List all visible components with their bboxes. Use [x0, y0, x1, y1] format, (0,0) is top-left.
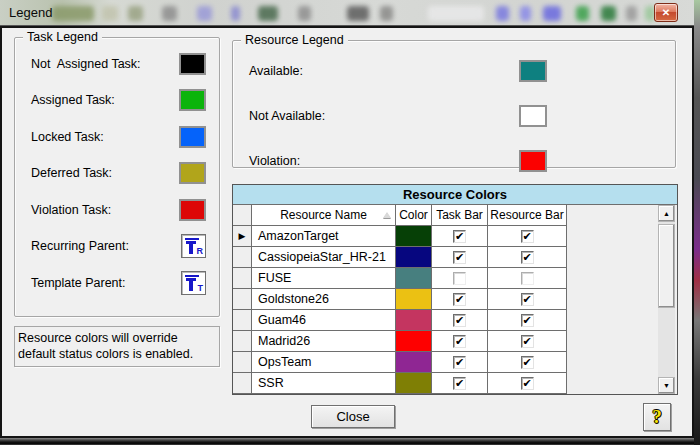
- column-header-label: Resource Bar: [490, 208, 563, 222]
- resource-bar-checkbox[interactable]: ✔: [521, 335, 534, 348]
- task-legend-items: Not Assigned Task:Assigned Task:Locked T…: [15, 52, 219, 308]
- icon-bar: [185, 238, 199, 240]
- icon-bar: [185, 275, 199, 277]
- resource-legend-item: Violation:: [233, 149, 675, 172]
- resource-name-cell[interactable]: Guam46: [252, 310, 396, 331]
- sort-ascending-icon: [383, 212, 391, 218]
- resource-color-cell[interactable]: [396, 247, 432, 268]
- row-selector-cell[interactable]: [233, 310, 252, 331]
- task-legend-group: Task Legend Not Assigned Task:Assigned T…: [14, 37, 220, 317]
- task-bar-checkbox[interactable]: ✔: [453, 356, 466, 369]
- row-selector-cell[interactable]: [233, 289, 252, 310]
- resource-bar-checkbox[interactable]: ✔: [521, 251, 534, 264]
- scrollbar-thumb[interactable]: [658, 224, 675, 308]
- resource-name-cell[interactable]: SSR: [252, 373, 396, 394]
- desktop-blur-blob: [543, 6, 561, 21]
- resource-name-cell[interactable]: FUSE: [252, 268, 396, 289]
- close-window-button[interactable]: ✕: [654, 3, 678, 22]
- desktop-blur-blob: [197, 6, 212, 21]
- resource-color-cell[interactable]: [396, 226, 432, 247]
- resource-legend-items: Available:Not Available:Violation:: [233, 59, 675, 194]
- task-bar-checkbox[interactable]: ✔: [453, 335, 466, 348]
- resource-color-cell[interactable]: [396, 310, 432, 331]
- row-selector-cell[interactable]: [233, 247, 252, 268]
- task-bar-checkbox[interactable]: [453, 272, 466, 285]
- color-swatch: [519, 150, 547, 172]
- resource-bar-checkbox[interactable]: ✔: [521, 356, 534, 369]
- resource-bar-checkbox[interactable]: [521, 272, 534, 285]
- resource-name-cell[interactable]: CassiopeiaStar_HR-21: [252, 247, 396, 268]
- note-text: Resource colors will override default st…: [18, 331, 193, 361]
- row-selector-cell[interactable]: [233, 268, 252, 289]
- task-bar-checkbox[interactable]: ✔: [453, 377, 466, 390]
- color-swatch: [179, 126, 206, 148]
- task-bar-checkbox[interactable]: ✔: [453, 230, 466, 243]
- resource-color-cell[interactable]: [396, 352, 432, 373]
- task-legend-item: Recurring Parent:R: [15, 235, 219, 258]
- resource-color-cell[interactable]: [396, 373, 432, 394]
- color-swatch: [179, 53, 206, 75]
- resource-name-cell[interactable]: OpsTeam: [252, 352, 396, 373]
- window-bottom-frame: [0, 438, 694, 445]
- legend-dialog: Legend ✕ Task Legend Not Assigned Task:A…: [0, 0, 694, 445]
- task-legend-title: Task Legend: [23, 30, 102, 44]
- table-scrollbar[interactable]: ▲ ▼: [658, 205, 675, 394]
- scroll-up-icon[interactable]: ▲: [658, 205, 675, 222]
- task-legend-item: Violation Task:: [15, 198, 219, 221]
- resource-bar-cell: ✔: [488, 247, 567, 268]
- column-header-resource-name[interactable]: Resource Name: [252, 205, 396, 226]
- desktop-blur-blob: [520, 6, 531, 21]
- resource-color-cell[interactable]: [396, 289, 432, 310]
- resource-color-cell[interactable]: [396, 331, 432, 352]
- resource-bar-checkbox[interactable]: ✔: [521, 293, 534, 306]
- task-bar-cell: ✔: [432, 352, 488, 373]
- resource-name-cell[interactable]: Goldstone26: [252, 289, 396, 310]
- task-bar-checkbox[interactable]: ✔: [453, 293, 466, 306]
- resource-legend-group: Resource Legend Available:Not Available:…: [232, 40, 676, 168]
- recurring-parent-icon: R: [181, 234, 206, 258]
- resource-color-cell[interactable]: [396, 268, 432, 289]
- resource-bar-cell: ✔: [488, 331, 567, 352]
- column-header-task-bar[interactable]: Task Bar: [432, 205, 488, 226]
- row-selector-cell[interactable]: [233, 352, 252, 373]
- task-legend-item: Deferred Task:: [15, 162, 219, 185]
- title-bar[interactable]: Legend ✕: [0, 0, 694, 26]
- column-header-label: Task Bar: [436, 208, 483, 222]
- row-selector-cell[interactable]: [233, 331, 252, 352]
- color-swatch: [179, 199, 206, 221]
- template-parent-icon: T: [181, 271, 206, 295]
- resource-bar-checkbox[interactable]: ✔: [521, 230, 534, 243]
- resource-legend-item-label: Not Available:: [249, 109, 325, 123]
- row-selector-header: [233, 205, 252, 226]
- task-legend-item-label: Assigned Task:: [31, 93, 115, 107]
- current-row-arrow-icon: ▶: [239, 231, 246, 241]
- desktop-blur-blob: [347, 6, 369, 21]
- scroll-down-icon[interactable]: ▼: [658, 377, 675, 394]
- resource-bar-cell: ✔: [488, 310, 567, 331]
- help-button[interactable]: ?: [643, 403, 671, 431]
- task-legend-item-label: Template Parent:: [31, 276, 126, 290]
- resource-bar-checkbox[interactable]: ✔: [521, 377, 534, 390]
- row-selector-cell[interactable]: ▶: [233, 226, 252, 247]
- resource-legend-item-label: Available:: [249, 64, 303, 78]
- note-box: Resource colors will override default st…: [14, 326, 220, 367]
- desktop-blur-blob: [258, 6, 278, 21]
- task-bar-cell: ✔: [432, 226, 488, 247]
- task-bar-checkbox[interactable]: ✔: [453, 251, 466, 264]
- close-button[interactable]: Close: [311, 405, 395, 428]
- resource-bar-cell: ✔: [488, 352, 567, 373]
- desktop-blur-blob: [380, 6, 393, 21]
- icon-stem: [189, 278, 193, 291]
- column-header-resource-bar[interactable]: Resource Bar: [488, 205, 567, 226]
- task-bar-checkbox[interactable]: ✔: [453, 314, 466, 327]
- task-bar-cell: ✔: [432, 331, 488, 352]
- resource-legend-item: Available:: [233, 59, 675, 82]
- desktop-blur-blob: [428, 6, 484, 21]
- row-selector-cell[interactable]: [233, 373, 252, 394]
- resource-name-cell[interactable]: AmazonTarget: [252, 226, 396, 247]
- resource-name-cell[interactable]: Madrid26: [252, 331, 396, 352]
- icon-stem: [189, 241, 193, 254]
- column-header-color[interactable]: Color: [396, 205, 432, 226]
- window-title: Legend: [9, 5, 52, 20]
- resource-bar-checkbox[interactable]: ✔: [521, 314, 534, 327]
